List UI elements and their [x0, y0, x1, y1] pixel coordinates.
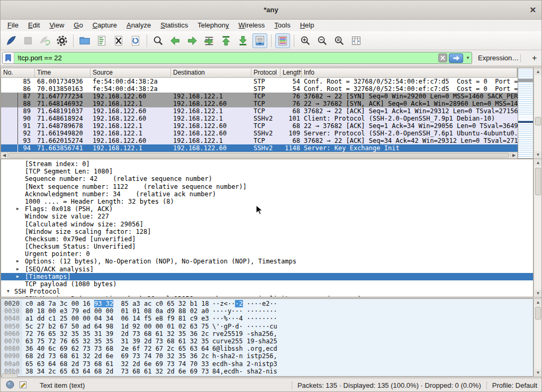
capture-comment-icon[interactable]: [19, 380, 28, 390]
column-header-info[interactable]: Info: [302, 68, 517, 77]
capture-stop-icon[interactable]: [21, 33, 35, 48]
hex-bytes[interactable]: c0 a8 7a 3c 00 16 93 32 85 a3 ac c0 65 3…: [25, 300, 210, 307]
hex-bytes[interactable]: 72 76 65 32 35 35 31 39 2d 73 68 61 32 3…: [25, 330, 210, 338]
hex-row-0040[interactable]: 0040a1 dd c1 25 00 00 04 34 06 14 f5 e8 …: [1, 315, 533, 322]
zoom-out-icon[interactable]: [315, 33, 330, 48]
packet-row-88[interactable]: 8871.648146932192.168.122.1192.168.122.6…: [1, 100, 518, 107]
go-first-packet-icon[interactable]: [219, 33, 233, 48]
hex-bytes[interactable]: 63 75 72 76 65 32 35 35 31 39 2d 73 68 6…: [25, 338, 210, 345]
packet-row-94[interactable]: 9471.663856741192.168.122.1192.168.122.6…: [1, 144, 518, 152]
hex-row-0030[interactable]: 003080 18 00 e3 79 ed 00 00 01 01 08 0a …: [1, 307, 533, 315]
scroll-down-icon[interactable]: ▼: [535, 369, 541, 376]
scrollbar-thumb[interactable]: [535, 307, 541, 320]
packet-find-icon[interactable]: [151, 33, 166, 48]
file-save-icon[interactable]: [94, 33, 109, 48]
detail-line[interactable]: Window size value: 227: [1, 213, 533, 220]
expression-button[interactable]: Expression…: [478, 50, 519, 66]
packet-list-hscrollbar[interactable]: ◀ ▶: [1, 152, 518, 159]
scroll-left-icon[interactable]: ◀: [1, 152, 8, 158]
column-header-time[interactable]: Time: [35, 68, 91, 77]
menu-wireless[interactable]: Wireless: [234, 20, 270, 31]
hex-row-0050[interactable]: 00505c 27 b2 67 50 ad 64 98 1d 92 00 00 …: [1, 323, 533, 330]
detail-line[interactable]: ▼SSH Protocol: [1, 288, 533, 295]
detail-line[interactable]: ▶Flags: 0x018 (PSH, ACK): [1, 205, 533, 213]
packet-row-85[interactable]: 8568.001734936fe:54:00:d4:38:2aSTP54Conf…: [1, 78, 518, 85]
ascii-bytes[interactable]: ···%···4 ········: [212, 315, 277, 322]
expander-closed-icon[interactable]: ▶: [16, 273, 19, 280]
ascii-bytes[interactable]: ··z<···2 ····e2··: [212, 300, 277, 307]
hex-row-00a0[interactable]: 00a065 63 64 68 2d 73 68 61 32 2d 6e 69 …: [1, 360, 533, 368]
column-header-length[interactable]: Length: [281, 68, 302, 77]
column-header-protocol[interactable]: Protocol: [251, 68, 281, 77]
auto-scroll-toggle-icon[interactable]: [252, 33, 267, 48]
hex-row-0080[interactable]: 008036 40 6c 69 62 73 73 68 2e 6f 72 67 …: [1, 345, 533, 352]
detail-line[interactable]: ▶Options: (12 bytes), No-Operation (NOP)…: [1, 258, 533, 265]
detail-line[interactable]: [Checksum Status: Unverified]: [1, 243, 533, 250]
ascii-bytes[interactable]: ····y··· ········: [212, 307, 277, 315]
packet-list-vscrollbar[interactable]: ▲ ▼: [534, 68, 542, 159]
detail-line[interactable]: ▶SSH Version 2 (encryption:chacha20-poly…: [1, 295, 533, 297]
hex-bytes[interactable]: 68 2d 73 68 61 32 2d 6e 69 73 74 70 32 3…: [25, 352, 210, 360]
go-last-packet-icon[interactable]: [236, 33, 250, 48]
scroll-right-icon[interactable]: ▶: [510, 152, 517, 158]
hex-bytes[interactable]: 38 34 2c 65 63 64 68 2d 73 68 61 32 2d 6…: [25, 368, 210, 375]
scroll-down-icon[interactable]: ▼: [535, 290, 541, 297]
packet-row-93[interactable]: 9371.662015274192.168.122.60192.168.122.…: [1, 137, 518, 144]
column-header-source[interactable]: Source: [91, 68, 171, 77]
hex-row-0060[interactable]: 006072 76 65 32 35 35 31 39 2d 73 68 61 …: [1, 330, 533, 338]
capture-restart-icon[interactable]: [38, 33, 52, 48]
menu-help[interactable]: Help: [295, 20, 319, 31]
detail-line[interactable]: ▶[Timestamps]: [1, 273, 533, 280]
display-filter-input[interactable]: [14, 54, 438, 62]
detail-line[interactable]: TCP payload (1080 bytes): [1, 280, 533, 288]
capture-start-icon[interactable]: [4, 33, 19, 48]
packet-row-89[interactable]: 8971.648191037192.168.122.60192.168.122.…: [1, 107, 518, 115]
filter-apply-icon[interactable]: [449, 53, 463, 63]
packet-row-92[interactable]: 9271.661949820192.168.122.1192.168.122.6…: [1, 130, 518, 137]
scrollbar-thumb[interactable]: [535, 168, 541, 195]
expert-info-icon[interactable]: [6, 380, 14, 390]
menu-edit[interactable]: Edit: [23, 20, 44, 31]
close-window-icon[interactable]: ✕: [529, 1, 536, 20]
hex-bytes[interactable]: 36 40 6c 69 62 73 73 68 2e 6f 72 67 2c 6…: [25, 345, 210, 352]
profile-text[interactable]: Profile: Default: [492, 381, 537, 389]
hex-bytes[interactable]: 65 63 64 68 2d 73 68 61 32 2d 6e 69 73 7…: [25, 360, 210, 368]
hex-row-0020[interactable]: 0020c0 a8 7a 3c 00 16 93 32 85 a3 ac c0 …: [1, 300, 533, 307]
capture-options-icon[interactable]: [55, 33, 69, 48]
hex-bytes[interactable]: 80 18 00 e3 79 ed 00 00 01 01 08 0a d9 8…: [25, 307, 210, 315]
colorize-toggle-icon[interactable]: [275, 33, 290, 48]
ascii-bytes[interactable]: ecdh-sha 2-nistp3: [212, 360, 277, 368]
detail-line[interactable]: Sequence number: 42 (relative sequence n…: [1, 175, 533, 183]
go-back-icon[interactable]: [168, 33, 183, 48]
packet-row-91[interactable]: 9171.648789678192.168.122.1192.168.122.6…: [1, 122, 518, 130]
detail-line[interactable]: Checksum: 0x79ed [unverified]: [1, 235, 533, 243]
packet-row-86[interactable]: 8670.013850163fe:54:00:d4:38:2aSTP54Conf…: [1, 85, 518, 93]
expander-closed-icon[interactable]: ▶: [16, 295, 19, 297]
scroll-up-icon[interactable]: ▲: [535, 68, 541, 75]
detail-line[interactable]: [Window size scaling factor: 128]: [1, 228, 533, 235]
expander-closed-icon[interactable]: ▶: [16, 258, 19, 265]
file-open-icon[interactable]: [77, 33, 92, 48]
menu-view[interactable]: View: [44, 20, 69, 31]
resize-columns-icon[interactable]: [349, 33, 364, 48]
ascii-bytes[interactable]: curve255 19-sha25: [212, 338, 277, 345]
expander-closed-icon[interactable]: ▶: [16, 266, 19, 273]
hex-bytes[interactable]: 5c 27 b2 67 50 ad 64 98 1d 92 00 00 01 0…: [25, 323, 210, 330]
details-vscrollbar[interactable]: ▲ ▼: [534, 159, 542, 297]
zoom-reset-icon[interactable]: [332, 33, 347, 48]
column-header-no[interactable]: No.: [1, 68, 35, 77]
ascii-bytes[interactable]: h-sha2-n istp256,: [212, 352, 277, 360]
filter-clear-icon[interactable]: [438, 53, 447, 62]
file-close-icon[interactable]: [111, 33, 126, 48]
detail-line[interactable]: [TCP Segment Len: 1080]: [1, 168, 533, 175]
hex-row-0070[interactable]: 007063 75 72 76 65 32 35 35 31 39 2d 73 …: [1, 338, 533, 345]
expander-open-icon[interactable]: ▼: [7, 288, 10, 295]
ascii-bytes[interactable]: 6@libssh .org,ecd: [212, 345, 277, 352]
menu-telephony[interactable]: Telephony: [193, 20, 233, 31]
menu-tools[interactable]: Tools: [269, 20, 295, 31]
detail-line[interactable]: [Next sequence number: 1122 (relative se…: [1, 183, 533, 190]
ascii-bytes[interactable]: 84,ecdh- sha2-nis: [212, 368, 277, 375]
menu-file[interactable]: File: [3, 20, 23, 31]
packet-row-87[interactable]: 8771.647777234192.168.122.60192.168.122.…: [1, 93, 518, 100]
detail-line[interactable]: 1000 .... = Header Length: 32 bytes (8): [1, 198, 533, 205]
